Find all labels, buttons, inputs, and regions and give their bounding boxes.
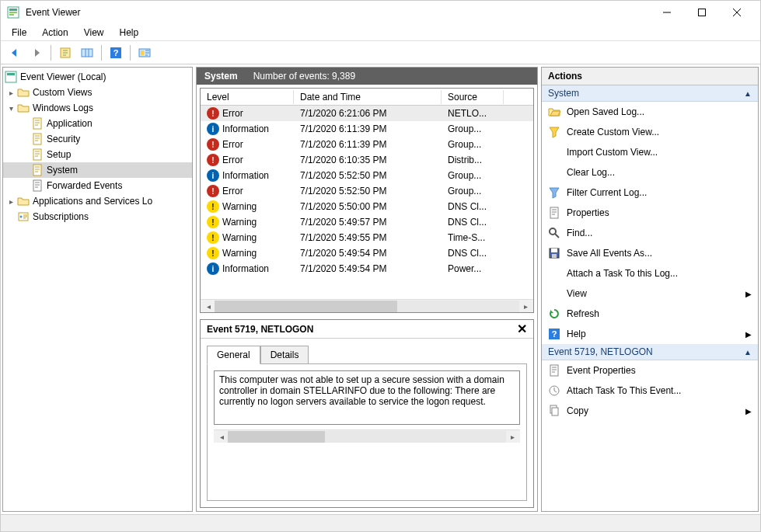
col-date[interactable]: Date and Time: [294, 90, 442, 104]
tree-label: Security: [47, 134, 80, 144]
action-clear-log[interactable]: Clear Log...: [542, 162, 758, 183]
svg-rect-30: [552, 254, 557, 258]
forward-button[interactable]: [27, 43, 46, 62]
event-row[interactable]: !Error7/1/2020 6:10:35 PMDistrib...: [201, 152, 533, 168]
event-row[interactable]: iInformation7/1/2020 5:49:54 PMPower...: [201, 261, 533, 276]
action-view[interactable]: View ▶: [542, 283, 758, 304]
col-source[interactable]: Source: [442, 90, 504, 104]
collapse-icon[interactable]: ▾: [5, 104, 17, 113]
event-row[interactable]: !Error7/1/2020 6:11:39 PMGroup...: [201, 137, 533, 152]
tree-pane: Event Viewer (Local) ▸ Custom Views ▾ Wi…: [2, 67, 193, 512]
toolbar: ?: [1, 41, 760, 64]
action-label: Copy: [567, 405, 588, 416]
svg-rect-9: [82, 49, 93, 57]
scroll-thumb[interactable]: [215, 301, 397, 312]
expand-icon[interactable]: ▸: [5, 89, 17, 97]
folder-open-icon: [548, 106, 560, 118]
tree-root[interactable]: Event Viewer (Local): [3, 69, 192, 85]
preview-button[interactable]: [135, 43, 154, 62]
maximize-button[interactable]: [684, 1, 719, 24]
event-rows[interactable]: !Error7/1/2020 6:21:06 PMNETLO...iInform…: [201, 106, 533, 299]
tree-label: Application: [47, 118, 93, 129]
action-label: View: [567, 288, 587, 299]
scroll-right-icon[interactable]: ▸: [519, 302, 532, 311]
actions-group-system[interactable]: System ▲: [542, 85, 758, 102]
action-label: Create Custom View...: [567, 127, 659, 137]
event-row[interactable]: !Warning7/1/2020 5:49:57 PMDNS Cl...: [201, 214, 533, 230]
svg-rect-25: [550, 207, 558, 218]
tree-label: Subscriptions: [33, 211, 89, 222]
action-event-properties[interactable]: Event Properties: [542, 360, 758, 381]
action-help[interactable]: ? Help ▶: [542, 324, 758, 344]
scroll-thumb[interactable]: [228, 431, 325, 443]
collapse-icon[interactable]: ▲: [744, 89, 752, 98]
log-icon: [31, 148, 44, 161]
action-create-custom-view[interactable]: Create Custom View...: [542, 122, 758, 142]
menu-action[interactable]: Action: [34, 26, 75, 40]
action-label: Properties: [567, 207, 609, 218]
tab-general[interactable]: General: [207, 346, 260, 364]
back-button[interactable]: [5, 43, 24, 62]
subscriptions-icon: [17, 210, 30, 223]
tree-windows-logs[interactable]: ▾ Windows Logs: [3, 100, 192, 116]
expand-icon[interactable]: ▸: [5, 197, 17, 206]
tab-details[interactable]: Details: [260, 346, 309, 364]
menu-view[interactable]: View: [76, 26, 112, 40]
filter-new-icon: [548, 126, 560, 138]
action-copy[interactable]: Copy ▶: [542, 401, 758, 421]
scroll-right-icon[interactable]: ▸: [506, 433, 518, 441]
action-open-saved-log[interactable]: Open Saved Log...: [542, 102, 758, 122]
menu-file[interactable]: File: [4, 26, 34, 40]
action-save-all-events[interactable]: Save All Events As...: [542, 243, 758, 263]
detail-scrollbar[interactable]: ◂ ▸: [214, 429, 520, 443]
show-tree-button[interactable]: [56, 43, 75, 62]
event-row[interactable]: iInformation7/1/2020 6:11:39 PMGroup...: [201, 121, 533, 137]
tree-system[interactable]: System: [3, 162, 192, 178]
scroll-left-icon[interactable]: ◂: [202, 302, 215, 311]
event-row[interactable]: !Warning7/1/2020 5:49:54 PMDNS Cl...: [201, 245, 533, 261]
tree-subscriptions[interactable]: Subscriptions: [3, 209, 192, 224]
action-refresh[interactable]: Refresh: [542, 304, 758, 324]
tree-custom-views[interactable]: ▸ Custom Views: [3, 85, 192, 100]
close-detail-button[interactable]: ✕: [517, 322, 527, 336]
action-find[interactable]: Find...: [542, 223, 758, 243]
col-level[interactable]: Level: [201, 90, 294, 104]
tree-apps-services[interactable]: ▸ Applications and Services Lo: [3, 193, 192, 209]
action-properties[interactable]: Properties: [542, 203, 758, 223]
action-import-custom-view[interactable]: Import Custom View...: [542, 142, 758, 162]
tree-application[interactable]: Application: [3, 116, 192, 131]
action-attach-task-event[interactable]: Attach Task To This Event...: [542, 381, 758, 401]
svg-rect-1: [9, 9, 17, 11]
menu-help[interactable]: Help: [112, 26, 147, 40]
horizontal-scrollbar[interactable]: ◂ ▸: [201, 299, 533, 312]
tree-setup[interactable]: Setup: [3, 147, 192, 162]
center-pane: System Number of events: 9,389 Level Dat…: [196, 67, 538, 512]
columns-button[interactable]: [78, 43, 96, 62]
svg-line-27: [555, 234, 559, 238]
event-row[interactable]: !Warning7/1/2020 5:50:00 PMDNS Cl...: [201, 199, 533, 214]
scroll-left-icon[interactable]: ◂: [215, 433, 228, 441]
action-attach-task[interactable]: Attach a Task To this Log...: [542, 263, 758, 283]
event-row[interactable]: !Warning7/1/2020 5:49:55 PMTime-S...: [201, 230, 533, 245]
tree-security[interactable]: Security: [3, 131, 192, 147]
log-icon: [31, 133, 44, 145]
close-button[interactable]: [719, 1, 754, 24]
actions-group-event[interactable]: Event 5719, NETLOGON ▲: [542, 344, 758, 360]
help-button[interactable]: ?: [106, 43, 125, 62]
action-label: Clear Log...: [567, 167, 615, 178]
tree-label: Forwarded Events: [47, 180, 122, 191]
folder-icon: [17, 195, 30, 207]
event-row[interactable]: !Error7/1/2020 6:21:06 PMNETLO...: [201, 106, 533, 121]
task-icon: [548, 384, 560, 397]
tree-root-label: Event Viewer (Local): [20, 71, 106, 82]
collapse-icon[interactable]: ▲: [744, 348, 752, 356]
tree-forwarded[interactable]: Forwarded Events: [3, 178, 192, 193]
action-filter-log[interactable]: Filter Current Log...: [542, 183, 758, 203]
warn-icon: !: [207, 231, 219, 244]
event-row[interactable]: iInformation7/1/2020 5:52:50 PMGroup...: [201, 168, 533, 183]
copy-icon: [548, 405, 560, 417]
event-row[interactable]: !Error7/1/2020 5:52:50 PMGroup...: [201, 183, 533, 199]
minimize-button[interactable]: [649, 1, 684, 24]
actions-pane: Actions System ▲ Open Saved Log... Creat…: [541, 67, 759, 512]
log-icon: [31, 179, 44, 192]
